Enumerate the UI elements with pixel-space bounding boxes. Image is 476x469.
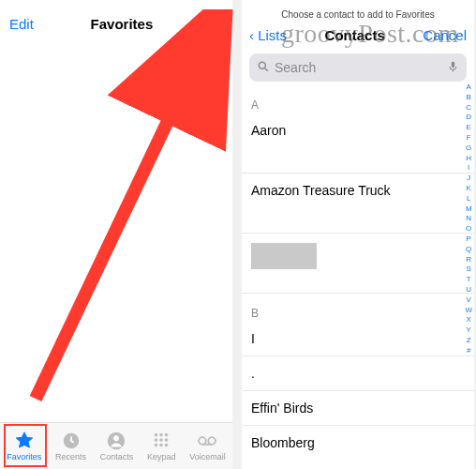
svg-point-9 [155, 444, 158, 447]
clock-icon [61, 431, 82, 451]
contact-row[interactable]: I [242, 322, 474, 356]
contacts-list[interactable]: A Aaron Amazon Treasure Truck B I . Effi… [242, 85, 474, 451]
keypad-icon [151, 431, 171, 451]
add-favorite-button[interactable]: + [210, 9, 223, 32]
contact-row[interactable]: Amazon Treasure Truck [242, 174, 474, 234]
info-icon[interactable]: i [206, 47, 223, 64]
highlight-box [4, 424, 47, 467]
tab-voicemail[interactable]: Voicemail [189, 431, 226, 461]
back-button[interactable]: ‹ Lists [249, 27, 287, 43]
svg-point-13 [209, 437, 216, 445]
svg-point-11 [165, 444, 169, 447]
svg-point-5 [165, 433, 169, 437]
tab-keypad[interactable]: Keypad [147, 431, 176, 461]
svg-point-16 [259, 62, 265, 68]
edit-button[interactable]: Edit [9, 16, 34, 32]
section-header-a: A [242, 85, 474, 113]
contact-picker-screen: Choose a contact to add to Favorites ‹ L… [242, 0, 474, 469]
svg-point-2 [114, 435, 120, 441]
svg-point-6 [155, 438, 158, 442]
search-icon [257, 60, 270, 76]
svg-point-7 [159, 438, 163, 442]
picker-nav: ‹ Lists Contacts Cancel [242, 20, 474, 50]
search-input[interactable]: Search [249, 53, 467, 82]
redacted-contact [251, 243, 317, 269]
favorites-header: Edit Favorites + [0, 0, 232, 38]
page-title: Favorites [91, 16, 154, 32]
contact-row[interactable]: Effin' Birds [242, 391, 474, 426]
picker-title: Contacts [287, 27, 423, 43]
tab-label: Voicemail [189, 452, 226, 461]
favorites-empty-area [0, 38, 232, 435]
alpha-index[interactable]: ABCDEFGHIJKLMNOPQRSTUVWXYZ# [465, 83, 472, 356]
favorites-screen: Edit Favorites + i Favorites Recents Con… [0, 0, 232, 469]
toast-message: Choose a contact to add to Favorites [242, 0, 474, 20]
contact-row[interactable]: Aaron [242, 113, 474, 174]
tab-label: Contacts [100, 452, 134, 461]
contact-row[interactable]: . [242, 356, 474, 391]
tab-label: Recents [55, 452, 86, 461]
svg-point-10 [159, 444, 163, 447]
svg-point-8 [165, 438, 169, 442]
section-header-b: B [242, 294, 474, 322]
person-icon [106, 431, 126, 451]
contact-row[interactable]: Bloomberg [242, 426, 474, 451]
svg-line-17 [265, 68, 268, 70]
svg-point-12 [200, 437, 207, 445]
tab-recents[interactable]: Recents [55, 431, 86, 461]
svg-rect-18 [452, 61, 454, 68]
mic-icon[interactable] [447, 59, 459, 77]
contact-row[interactable] [242, 234, 474, 294]
svg-point-4 [159, 433, 163, 437]
tab-label: Keypad [147, 452, 176, 461]
search-placeholder: Search [275, 60, 316, 75]
svg-point-3 [155, 433, 158, 437]
cancel-button[interactable]: Cancel [423, 27, 467, 43]
voicemail-icon [197, 431, 217, 451]
tab-contacts[interactable]: Contacts [100, 431, 134, 461]
